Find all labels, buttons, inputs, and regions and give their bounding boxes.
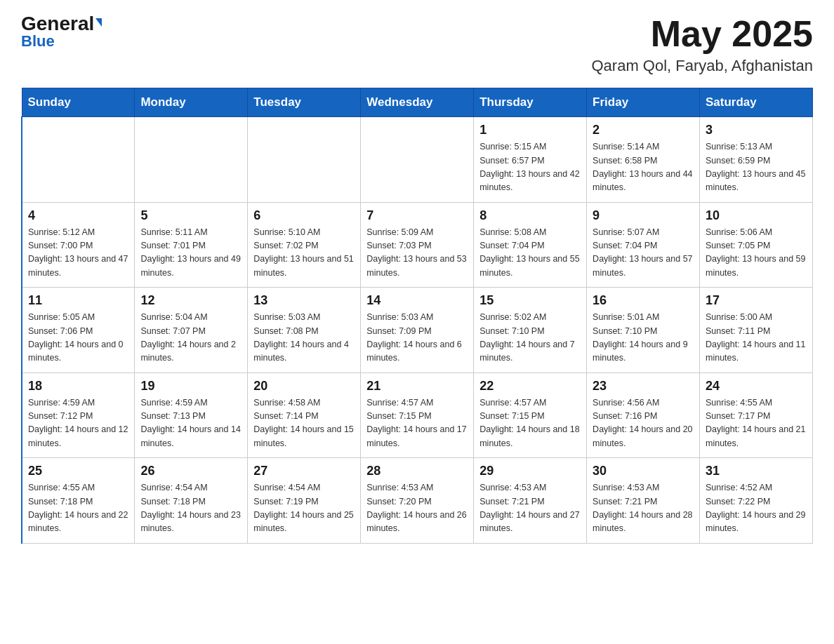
calendar-cell: 3Sunrise: 5:13 AM Sunset: 6:59 PM Daylig… (700, 117, 813, 203)
day-info: Sunrise: 5:13 AM Sunset: 6:59 PM Dayligh… (706, 140, 807, 195)
day-info: Sunrise: 4:59 AM Sunset: 7:12 PM Dayligh… (28, 396, 128, 451)
title-block: May 2025 Qaram Qol, Faryab, Afghanistan (592, 14, 814, 75)
day-info: Sunrise: 4:55 AM Sunset: 7:17 PM Dayligh… (706, 396, 807, 451)
day-number: 7 (366, 208, 468, 223)
calendar-cell: 5Sunrise: 5:11 AM Sunset: 7:01 PM Daylig… (135, 202, 248, 288)
calendar-week-2: 4Sunrise: 5:12 AM Sunset: 7:00 PM Daylig… (22, 202, 813, 288)
day-number: 22 (479, 379, 581, 394)
calendar-cell: 31Sunrise: 4:52 AM Sunset: 7:22 PM Dayli… (700, 458, 813, 544)
calendar-cell: 11Sunrise: 5:05 AM Sunset: 7:06 PM Dayli… (22, 288, 135, 373)
calendar-cell (361, 117, 474, 203)
day-number: 14 (366, 293, 468, 308)
calendar-cell (22, 117, 135, 203)
page-header: General Blue May 2025 Qaram Qol, Faryab,… (21, 14, 813, 75)
calendar-cell: 6Sunrise: 5:10 AM Sunset: 7:02 PM Daylig… (248, 202, 361, 288)
day-info: Sunrise: 4:57 AM Sunset: 7:15 PM Dayligh… (366, 396, 468, 451)
day-number: 31 (706, 464, 807, 478)
calendar-cell: 17Sunrise: 5:00 AM Sunset: 7:11 PM Dayli… (700, 288, 813, 373)
calendar-cell: 2Sunrise: 5:14 AM Sunset: 6:58 PM Daylig… (587, 117, 700, 203)
day-info: Sunrise: 5:08 AM Sunset: 7:04 PM Dayligh… (479, 226, 581, 281)
column-header-wednesday: Wednesday (361, 88, 474, 117)
day-info: Sunrise: 4:54 AM Sunset: 7:19 PM Dayligh… (253, 481, 355, 536)
logo-general-text: General (21, 14, 102, 34)
day-number: 27 (253, 464, 355, 478)
calendar-cell: 15Sunrise: 5:02 AM Sunset: 7:10 PM Dayli… (474, 288, 587, 373)
day-number: 4 (28, 208, 128, 223)
column-header-thursday: Thursday (474, 88, 587, 117)
calendar-cell: 13Sunrise: 5:03 AM Sunset: 7:08 PM Dayli… (248, 288, 361, 373)
column-header-tuesday: Tuesday (248, 88, 361, 117)
day-info: Sunrise: 4:59 AM Sunset: 7:13 PM Dayligh… (140, 396, 241, 451)
calendar-cell (248, 117, 361, 203)
column-header-saturday: Saturday (700, 88, 813, 117)
calendar-cell: 28Sunrise: 4:53 AM Sunset: 7:20 PM Dayli… (361, 458, 474, 544)
day-number: 18 (28, 379, 128, 394)
day-number: 30 (593, 464, 694, 478)
day-number: 29 (479, 464, 581, 478)
day-number: 9 (593, 208, 694, 223)
day-number: 8 (479, 208, 581, 223)
month-year-title: May 2025 (592, 14, 814, 54)
day-info: Sunrise: 5:03 AM Sunset: 7:09 PM Dayligh… (366, 311, 468, 365)
day-info: Sunrise: 4:58 AM Sunset: 7:14 PM Dayligh… (253, 396, 355, 451)
day-info: Sunrise: 5:02 AM Sunset: 7:10 PM Dayligh… (479, 311, 581, 365)
calendar-cell: 27Sunrise: 4:54 AM Sunset: 7:19 PM Dayli… (248, 458, 361, 544)
day-info: Sunrise: 5:12 AM Sunset: 7:00 PM Dayligh… (28, 226, 128, 281)
day-number: 10 (706, 208, 807, 223)
calendar-cell: 8Sunrise: 5:08 AM Sunset: 7:04 PM Daylig… (474, 202, 587, 288)
day-info: Sunrise: 5:00 AM Sunset: 7:11 PM Dayligh… (706, 311, 807, 365)
calendar-cell: 24Sunrise: 4:55 AM Sunset: 7:17 PM Dayli… (700, 373, 813, 458)
day-info: Sunrise: 4:56 AM Sunset: 7:16 PM Dayligh… (593, 396, 694, 451)
calendar-cell: 10Sunrise: 5:06 AM Sunset: 7:05 PM Dayli… (700, 202, 813, 288)
calendar-cell: 4Sunrise: 5:12 AM Sunset: 7:00 PM Daylig… (22, 202, 135, 288)
column-header-sunday: Sunday (22, 88, 135, 117)
day-number: 26 (140, 464, 241, 478)
calendar-cell: 25Sunrise: 4:55 AM Sunset: 7:18 PM Dayli… (22, 458, 135, 544)
calendar-cell: 22Sunrise: 4:57 AM Sunset: 7:15 PM Dayli… (474, 373, 587, 458)
day-info: Sunrise: 5:06 AM Sunset: 7:05 PM Dayligh… (706, 226, 807, 281)
day-number: 21 (366, 379, 468, 394)
column-header-friday: Friday (587, 88, 700, 117)
calendar-header: SundayMondayTuesdayWednesdayThursdayFrid… (22, 88, 813, 117)
day-info: Sunrise: 4:53 AM Sunset: 7:20 PM Dayligh… (366, 481, 468, 536)
calendar-cell: 18Sunrise: 4:59 AM Sunset: 7:12 PM Dayli… (22, 373, 135, 458)
logo: General Blue (21, 14, 102, 51)
calendar-cell: 9Sunrise: 5:07 AM Sunset: 7:04 PM Daylig… (587, 202, 700, 288)
day-number: 23 (593, 379, 694, 394)
calendar-cell: 19Sunrise: 4:59 AM Sunset: 7:13 PM Dayli… (135, 373, 248, 458)
logo-arrow-icon (95, 18, 102, 27)
day-header-row: SundayMondayTuesdayWednesdayThursdayFrid… (22, 88, 813, 117)
day-info: Sunrise: 4:53 AM Sunset: 7:21 PM Dayligh… (479, 481, 581, 536)
day-number: 28 (366, 464, 468, 478)
day-info: Sunrise: 5:04 AM Sunset: 7:07 PM Dayligh… (140, 311, 241, 365)
calendar-week-3: 11Sunrise: 5:05 AM Sunset: 7:06 PM Dayli… (22, 288, 813, 373)
logo-blue-label: Blue (21, 32, 55, 51)
location-label: Qaram Qol, Faryab, Afghanistan (592, 57, 814, 75)
calendar-cell: 30Sunrise: 4:53 AM Sunset: 7:21 PM Dayli… (587, 458, 700, 544)
day-info: Sunrise: 5:05 AM Sunset: 7:06 PM Dayligh… (28, 311, 128, 365)
day-number: 24 (706, 379, 807, 394)
day-info: Sunrise: 5:10 AM Sunset: 7:02 PM Dayligh… (253, 226, 355, 281)
day-info: Sunrise: 5:15 AM Sunset: 6:57 PM Dayligh… (479, 140, 581, 195)
day-info: Sunrise: 5:03 AM Sunset: 7:08 PM Dayligh… (253, 311, 355, 365)
day-info: Sunrise: 5:09 AM Sunset: 7:03 PM Dayligh… (366, 226, 468, 281)
calendar-cell: 16Sunrise: 5:01 AM Sunset: 7:10 PM Dayli… (587, 288, 700, 373)
day-info: Sunrise: 4:57 AM Sunset: 7:15 PM Dayligh… (479, 396, 581, 451)
day-number: 13 (253, 293, 355, 308)
calendar-cell: 1Sunrise: 5:15 AM Sunset: 6:57 PM Daylig… (474, 117, 587, 203)
day-number: 5 (140, 208, 241, 223)
day-number: 15 (479, 293, 581, 308)
day-info: Sunrise: 4:54 AM Sunset: 7:18 PM Dayligh… (140, 481, 241, 536)
day-info: Sunrise: 5:01 AM Sunset: 7:10 PM Dayligh… (593, 311, 694, 365)
calendar-cell: 12Sunrise: 5:04 AM Sunset: 7:07 PM Dayli… (135, 288, 248, 373)
day-number: 17 (706, 293, 807, 308)
calendar-cell: 7Sunrise: 5:09 AM Sunset: 7:03 PM Daylig… (361, 202, 474, 288)
day-number: 2 (593, 123, 694, 137)
calendar-table: SundayMondayTuesdayWednesdayThursdayFrid… (21, 88, 813, 544)
column-header-monday: Monday (135, 88, 248, 117)
day-info: Sunrise: 5:14 AM Sunset: 6:58 PM Dayligh… (593, 140, 694, 195)
day-number: 1 (479, 123, 581, 137)
day-number: 11 (28, 293, 128, 308)
calendar-cell (135, 117, 248, 203)
day-info: Sunrise: 4:52 AM Sunset: 7:22 PM Dayligh… (706, 481, 807, 536)
